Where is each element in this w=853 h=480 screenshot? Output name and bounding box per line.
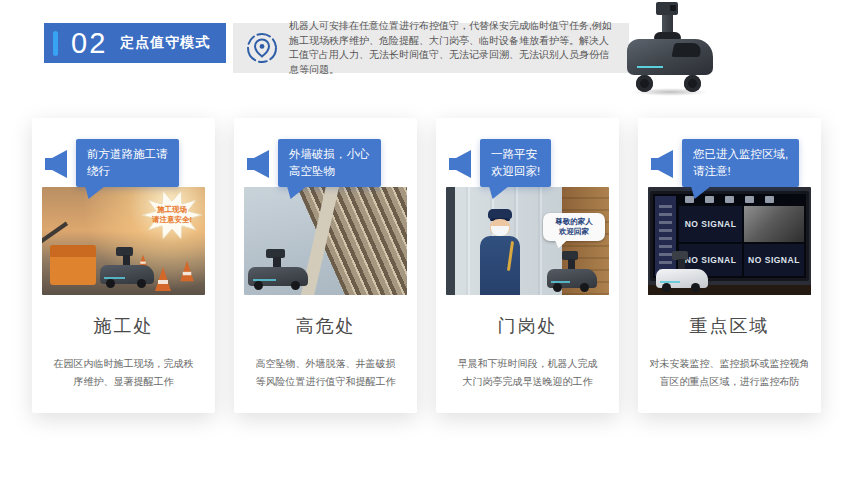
speech-bubble: 前方道路施工请 绕行 bbox=[76, 139, 179, 187]
desc-line1: 对未安装监控、监控损坏或监控视角 bbox=[650, 358, 810, 369]
patrol-robot-figure bbox=[248, 249, 308, 291]
bubble-text-line2: 绕行 bbox=[87, 163, 168, 180]
desc-line1: 在园区内临时施工现场，完成秩 bbox=[54, 358, 194, 369]
robot-stripe bbox=[104, 277, 125, 279]
card-key-area: 您已进入监控区域, 请注意! NO SIGNAL bbox=[638, 118, 821, 413]
guard-cap bbox=[488, 209, 512, 219]
speaker-icon bbox=[651, 150, 673, 178]
robot-greeting-bubble: 尊敬的家人 欢迎回家 bbox=[543, 213, 605, 241]
starburst-line2: 请注意安全! bbox=[152, 215, 192, 225]
gate-doorman-photo: 尊敬的家人 欢迎回家 bbox=[446, 187, 609, 295]
starburst-text: 施工现场 请注意安全! bbox=[141, 189, 203, 241]
security-guard-figure bbox=[476, 209, 524, 295]
monitor-room-photo: NO SIGNAL NO SIGNAL NO SIGNAL bbox=[648, 187, 811, 295]
intro-text: 机器人可安排在任意位置进行布控值守，代替保安完成临时值守任务,例如施工现场秩序维… bbox=[289, 19, 617, 77]
robot-camera-icon bbox=[656, 2, 678, 15]
toolbar-icon bbox=[765, 196, 774, 203]
bubble-text-line1: 前方道路施工请 bbox=[87, 146, 168, 163]
bubble-text-line2: 欢迎回家! bbox=[491, 163, 540, 180]
security-robot-image bbox=[626, 2, 714, 94]
desc-line1: 早晨和下班时间段，机器人完成 bbox=[458, 358, 598, 369]
speaker-icon bbox=[45, 150, 67, 178]
toolbar-icon bbox=[745, 196, 754, 203]
bubble-text-line1: 一路平安 bbox=[491, 146, 540, 163]
toolbar-icon bbox=[725, 196, 734, 203]
robot-body bbox=[547, 269, 597, 288]
toolbar-icon bbox=[705, 196, 714, 203]
door-frame bbox=[446, 187, 455, 295]
traffic-cone bbox=[155, 267, 171, 291]
card-title: 门岗处 bbox=[436, 314, 619, 338]
traffic-cone bbox=[180, 261, 194, 281]
duty-mode-cards: 前方道路施工请 绕行 施工 bbox=[32, 118, 821, 413]
construction-site-photo: 施工现场 请注意安全! bbox=[42, 187, 205, 295]
section-number: 02 bbox=[71, 29, 107, 58]
robot-body bbox=[248, 267, 308, 286]
guard-uniform bbox=[480, 236, 520, 295]
robot-body bbox=[100, 265, 154, 284]
speech-bubble: 您已进入监控区域, 请注意! bbox=[682, 139, 799, 187]
greeting-line1: 尊敬的家人 bbox=[545, 217, 603, 227]
robot-stripe bbox=[660, 281, 680, 283]
desc-line2: 盲区的重点区域，进行监控布防 bbox=[660, 376, 800, 387]
toolbar-icon bbox=[685, 196, 694, 203]
slide-fixed-point-duty: 02 定点值守模式 机器人可安排在任意位置进行布控值守，代替保安完成临时值守任务… bbox=[0, 0, 853, 480]
desc-line2: 大门岗亭完成早送晚迎的工作 bbox=[463, 376, 593, 387]
robot-wheel bbox=[684, 75, 701, 92]
road-cutter-machine bbox=[50, 245, 96, 285]
camera-panel-nightvision bbox=[744, 206, 804, 242]
card-description: 早晨和下班时间段，机器人完成 大门岗亭完成早送晚迎的工作 bbox=[439, 355, 616, 391]
camera-panel: NO SIGNAL bbox=[744, 244, 804, 276]
speaker-icon bbox=[449, 150, 471, 178]
monitor-toolbar bbox=[685, 196, 800, 204]
card-description: 高空坠物、外墙脱落、井盖破损 等风险位置进行值守和提醒工作 bbox=[237, 355, 414, 391]
card-title: 施工处 bbox=[32, 314, 215, 338]
guard-head bbox=[490, 219, 510, 236]
card-construction: 前方道路施工请 绕行 施工 bbox=[32, 118, 215, 413]
bubble-text-line1: 您已进入监控区域, bbox=[693, 146, 788, 163]
patrol-robot-figure bbox=[547, 251, 597, 293]
robot-body bbox=[627, 39, 713, 75]
greeting-line2: 欢迎回家 bbox=[545, 227, 603, 237]
bubble-text-line2: 高空坠物 bbox=[289, 163, 370, 180]
intro-box: 机器人可安排在任意位置进行布控值守，代替保安完成临时值守任务,例如施工现场秩序维… bbox=[233, 23, 629, 73]
building-facade-photo bbox=[244, 187, 407, 295]
section-title: 定点值守模式 bbox=[120, 34, 210, 52]
desc-line2: 等风险位置进行值守和提醒工作 bbox=[256, 376, 396, 387]
starburst-line1: 施工现场 bbox=[157, 205, 187, 215]
bubble-text-line1: 外墙破损，小心 bbox=[289, 146, 370, 163]
desc-line1: 高空坠物、外墙脱落、井盖破损 bbox=[256, 358, 396, 369]
robot-wheel bbox=[636, 75, 653, 92]
robot-stripe bbox=[551, 281, 570, 283]
starburst-callout: 施工现场 请注意安全! bbox=[141, 189, 203, 241]
patrol-robot-figure bbox=[656, 251, 708, 293]
card-gate: 一路平安 欢迎回家! 尊敬的家人 欢迎回家 bbox=[436, 118, 619, 413]
camera-panel: NO SIGNAL bbox=[679, 206, 742, 242]
desc-line2: 序维护、显著提醒工作 bbox=[74, 376, 174, 387]
location-radar-icon bbox=[245, 31, 279, 65]
card-title: 高危处 bbox=[234, 314, 417, 338]
card-title: 重点区域 bbox=[638, 314, 821, 338]
card-description: 在园区内临时施工现场，完成秩 序维护、显著提醒工作 bbox=[35, 355, 212, 391]
accent-bar bbox=[53, 31, 58, 56]
patrol-robot-figure bbox=[100, 247, 154, 289]
speaker-icon bbox=[247, 150, 269, 178]
robot-stripe bbox=[253, 279, 276, 281]
card-description: 对未安装监控、监控损坏或监控视角 盲区的重点区域，进行监控布防 bbox=[641, 355, 818, 391]
section-badge: 02 定点值守模式 bbox=[44, 23, 226, 63]
bubble-text-line2: 请注意! bbox=[693, 163, 788, 180]
speech-bubble: 外墙破损，小心 高空坠物 bbox=[278, 139, 381, 187]
robot-body bbox=[656, 269, 708, 288]
speech-bubble: 一路平安 欢迎回家! bbox=[480, 139, 551, 187]
card-high-risk: 外墙破损，小心 高空坠物 高危处 高空坠物、外墙脱落、井盖破损 等风险位置进行值… bbox=[234, 118, 417, 413]
